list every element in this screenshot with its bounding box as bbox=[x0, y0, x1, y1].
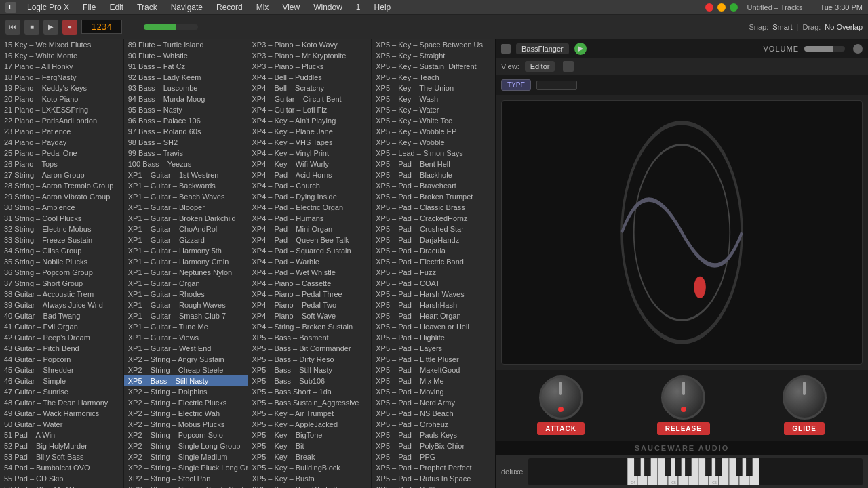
list-item[interactable]: 16 Key – White Monte bbox=[0, 50, 123, 61]
list-item[interactable]: XP4 – Guitar – Circuit Bent bbox=[248, 94, 372, 104]
list-item[interactable]: XP4 – Key – Plane Jane bbox=[248, 126, 372, 137]
list-item[interactable]: XP5 – Key – Wobble bbox=[372, 137, 495, 148]
menu-mix[interactable]: Mix bbox=[251, 1, 275, 14]
list-item[interactable]: XP4 – Pad – Squared Sustain bbox=[248, 245, 372, 256]
type-button[interactable]: TYPE bbox=[501, 79, 531, 91]
list-item[interactable]: 24 Piano – Payday bbox=[0, 137, 123, 148]
list-item[interactable]: XP1 – Guitar – Rough Waves bbox=[124, 300, 248, 310]
release-knob[interactable] bbox=[661, 375, 705, 420]
list-item[interactable]: XP2 – String – Electric Wah bbox=[124, 408, 248, 419]
play-btn[interactable]: ▶ bbox=[43, 20, 58, 35]
list-item[interactable]: XP5 – Key – Wobble EP bbox=[372, 126, 495, 137]
list-item[interactable]: XP2 – String – Steel Pan bbox=[124, 473, 248, 484]
list-item[interactable]: 15 Key – We Mixed Flutes bbox=[0, 39, 123, 50]
list-item[interactable]: XP4 – Guitar – Lofi Fiz bbox=[248, 104, 372, 115]
list-item[interactable]: XP2 – String – Dolphins bbox=[124, 386, 248, 397]
list-item[interactable]: XP2 – String – Single Long Group bbox=[124, 441, 248, 451]
instrument-col1[interactable]: 15 Key – We Mixed Flutes 16 Key – White … bbox=[0, 39, 124, 488]
list-item[interactable]: XP1 – Guitar – Blooper bbox=[124, 202, 248, 213]
list-item[interactable]: XP5 – Key – BusyWorksKeys bbox=[248, 484, 372, 488]
list-item[interactable]: XP5 – Lead – Simon Says bbox=[372, 148, 495, 159]
list-item[interactable]: XP5 – Pad – Highlife bbox=[372, 332, 495, 343]
list-item[interactable]: 35 String – Nobile Plucks bbox=[0, 256, 123, 267]
list-item[interactable]: XP4 – Key – Wifi Wurly bbox=[248, 159, 372, 169]
menu-view[interactable]: View bbox=[277, 1, 305, 14]
list-item[interactable]: XP4 – Key – VHS Tapes bbox=[248, 137, 372, 148]
list-item[interactable]: 25 Piano – Pedal One bbox=[0, 148, 123, 159]
editor-tab[interactable]: Editor bbox=[525, 61, 555, 72]
list-item[interactable]: 36 String – Popcorn Group bbox=[0, 267, 123, 278]
list-item[interactable]: XP4 – Pad – Wet Whistle bbox=[248, 267, 372, 278]
list-item[interactable]: XP2 – String – Single Medium bbox=[124, 451, 248, 462]
list-item[interactable]: XP5 – Pad – MakeltGood bbox=[372, 365, 495, 375]
list-item[interactable]: 38 Guitar – Accoustic Trem bbox=[0, 289, 123, 300]
list-item[interactable]: XP5 – Pad – Softly bbox=[372, 484, 495, 488]
list-item[interactable]: XP5 – Key – The Union bbox=[372, 83, 495, 94]
list-item[interactable]: XP5 – Pad – Crushed Star bbox=[372, 224, 495, 235]
list-item[interactable]: XP5 – Bass Sustain_Aggressive bbox=[248, 397, 372, 408]
list-item[interactable]: XP5 – Key – Space Between Us bbox=[372, 39, 495, 50]
list-item[interactable]: 23 Piano – Patience bbox=[0, 126, 123, 137]
list-item[interactable]: 19 Piano – Keddy's Keys bbox=[0, 83, 123, 94]
attack-btn[interactable]: ATTACK bbox=[537, 422, 585, 435]
list-item[interactable]: XP5 – Key – BuildingBlock bbox=[248, 462, 372, 473]
list-item[interactable]: XP1 – Guitar – ChoAndRoll bbox=[124, 224, 248, 235]
list-item[interactable]: XP1 – Guitar – Beach Waves bbox=[124, 191, 248, 202]
list-item[interactable]: XP5 – Key – Air Trumpet bbox=[248, 408, 372, 419]
menu-logicprox[interactable]: Logic Pro X bbox=[22, 1, 75, 14]
list-item[interactable]: XP4 – Pad – Mini Organ bbox=[248, 224, 372, 235]
list-item[interactable]: XP5 – Pad – Fuzz bbox=[372, 267, 495, 278]
instrument-col4[interactable]: XP5 – Key – Space Between Us XP5 – Key –… bbox=[372, 39, 495, 488]
list-item[interactable]: XP4 – Piano – Soft Wave bbox=[248, 310, 372, 321]
list-item[interactable]: XP1 – Guitar – Views bbox=[124, 332, 248, 343]
list-item[interactable]: 47 Guitar – Sunrise bbox=[0, 386, 123, 397]
rewind-btn[interactable]: ⏮ bbox=[5, 20, 20, 35]
list-item[interactable]: XP1 – Guitar – Rhodes bbox=[124, 289, 248, 300]
list-item[interactable]: XP4 – Piano – Cassette bbox=[248, 278, 372, 289]
list-item[interactable]: XP5 – Pad – PolyBix Chior bbox=[372, 441, 495, 451]
list-item[interactable]: XP5 – Key – Wash bbox=[372, 94, 495, 104]
list-item[interactable]: 33 String – Freeze Sustain bbox=[0, 235, 123, 245]
list-item[interactable]: 53 Pad – Billy Soft Bass bbox=[0, 451, 123, 462]
list-item[interactable]: XP5 – Bass – Basment bbox=[248, 332, 372, 343]
list-item[interactable]: XP5 – Pad – Mix Me bbox=[372, 375, 495, 386]
list-item[interactable]: 29 String – Aaron Vibrato Group bbox=[0, 191, 123, 202]
list-item[interactable]: XP5 – Pad – Nerd Army bbox=[372, 397, 495, 408]
list-item[interactable]: XP4 – Pad – Church bbox=[248, 180, 372, 191]
list-item[interactable]: XP2 – String – Popcorn Solo bbox=[124, 430, 248, 441]
list-item-selected[interactable]: XP5 – Bass – Still Nasty bbox=[124, 375, 248, 386]
list-item[interactable]: 89 Flute – Turtle Island bbox=[124, 39, 248, 50]
list-item[interactable]: 22 Piano – ParisAndLondon bbox=[0, 115, 123, 126]
list-item[interactable]: XP5 – Key – BigTone bbox=[248, 430, 372, 441]
piano-keys[interactable]: C4 C5 C6 bbox=[528, 458, 863, 485]
list-item[interactable]: XP3 – Piano – Mr Kryptonite bbox=[248, 50, 372, 61]
list-item[interactable]: 91 Bass – Fat Cz bbox=[124, 61, 248, 72]
list-item[interactable]: XP5 – Pad – Braveheart bbox=[372, 180, 495, 191]
list-item[interactable]: XP5 – Key – White Tee bbox=[372, 115, 495, 126]
list-item[interactable]: 96 Bass – Palace 106 bbox=[124, 115, 248, 126]
list-item[interactable]: 42 Guitar – Peep's Dream bbox=[0, 332, 123, 343]
list-item[interactable]: XP1 – Guitar – Smash Club 7 bbox=[124, 310, 248, 321]
list-item[interactable]: 28 String – Aaron Tremolo Group bbox=[0, 180, 123, 191]
list-item[interactable]: XP1 – Guitar – Organ bbox=[124, 278, 248, 289]
list-item[interactable]: 30 String – Ambience bbox=[0, 202, 123, 213]
list-item[interactable]: 55 Pad – CD Skip bbox=[0, 473, 123, 484]
list-item[interactable]: XP1 – Guitar – Backwards bbox=[124, 180, 248, 191]
list-item[interactable]: XP5 – Key – Teach bbox=[372, 72, 495, 83]
list-item[interactable]: XP4 – Pad – Acid Horns bbox=[248, 169, 372, 180]
attack-knob[interactable] bbox=[539, 375, 583, 420]
list-item[interactable]: XP4 – Pad – Dying Inside bbox=[248, 191, 372, 202]
list-item[interactable]: 98 Bass – SH2 bbox=[124, 137, 248, 148]
list-item[interactable]: XP1 – Guitar – 1st Westren bbox=[124, 169, 248, 180]
list-item[interactable]: 44 Guitar – Popcorn bbox=[0, 354, 123, 365]
instrument-col2[interactable]: 89 Flute – Turtle Island 90 Flute – Whis… bbox=[124, 39, 248, 488]
list-item[interactable]: XP2 – String – Angry Sustain bbox=[124, 354, 248, 365]
menu-navigate[interactable]: Navigate bbox=[165, 1, 208, 14]
list-item[interactable]: XP4 – Pad – Warble bbox=[248, 256, 372, 267]
list-item[interactable]: 43 Guitar – Pitch Bend bbox=[0, 343, 123, 354]
list-item[interactable]: 54 Pad – Bumbalcat OVO bbox=[0, 462, 123, 473]
list-item[interactable]: XP1 – Guitar – Tune Me bbox=[124, 321, 248, 332]
list-item[interactable]: XP1 – Guitar – Broken Darkchild bbox=[124, 213, 248, 224]
list-item[interactable]: 48 Guitar – The Dean Harmony bbox=[0, 397, 123, 408]
list-item[interactable]: 41 Guitar – Evil Organ bbox=[0, 321, 123, 332]
